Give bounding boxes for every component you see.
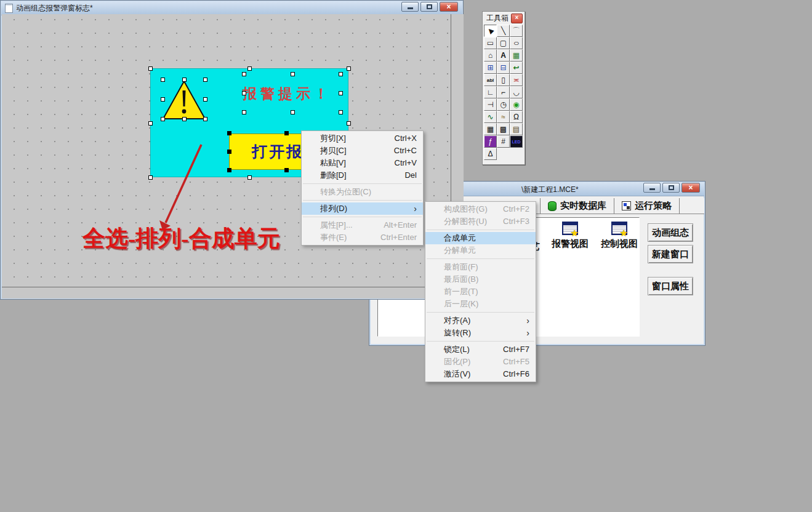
tool-step-line[interactable]: ⌐ [497, 86, 510, 98]
selection-handle[interactable] [182, 78, 187, 82]
line-icon: ╲ [501, 26, 505, 35]
view-item-control-view[interactable]: ★控制视图 [595, 222, 640, 250]
selection-handle[interactable] [284, 168, 289, 172]
toolbox-title: 工具箱 [486, 13, 509, 23]
selection-handle[interactable] [182, 117, 187, 121]
menu-item-align[interactable]: 对齐(A)› [425, 314, 536, 327]
selection-handle[interactable] [339, 72, 343, 76]
menu-item-lock[interactable]: 锁定(L)Ctrl+F7 [425, 343, 536, 356]
selection-handle[interactable] [203, 78, 207, 82]
animation-config-button[interactable]: 动画组态 [648, 223, 693, 242]
selection-handle[interactable] [203, 117, 207, 121]
toolbox-close-button[interactable]: × [511, 14, 523, 23]
tool-slider-input[interactable]: ≍ [510, 74, 523, 86]
selection-handle[interactable] [247, 66, 252, 71]
tool-indicator-lamp[interactable]: ◉ [510, 98, 523, 111]
tab-realtime-database[interactable]: 实时数据库 [540, 198, 614, 214]
tool-text-label[interactable]: A [497, 49, 510, 62]
tool-polygon[interactable]: ⌂ [484, 49, 497, 62]
menu-item-compose-unit[interactable]: 合成单元 [425, 232, 536, 244]
exclamation-dot [182, 110, 187, 114]
workbench-maximize-button[interactable] [662, 183, 680, 193]
submenu-arrow-icon: › [526, 327, 529, 339]
selection-handle[interactable] [161, 97, 165, 102]
tool-alarm-bell[interactable]: Ω [510, 111, 523, 123]
trend-curve-icon: ∿ [487, 113, 493, 121]
toolbox-titlebar[interactable]: 工具箱 × [483, 12, 525, 24]
menu-item-cut[interactable]: 剪切[X]Ctrl+X [302, 132, 423, 145]
free-table-icon: ▦ [487, 125, 494, 134]
tool-bitmap[interactable]: ▦ [510, 49, 523, 62]
selection-handle[interactable] [148, 121, 153, 126]
canvas-close-button[interactable]: × [440, 2, 458, 12]
selection-handle[interactable] [203, 97, 207, 102]
tool-save-component[interactable]: ⊟ [497, 62, 510, 74]
minimize-icon [408, 7, 413, 9]
tab-run-strategy[interactable]: 运行策略 [614, 198, 680, 214]
tool-history-table[interactable]: ▩ [497, 123, 510, 135]
selection-handle[interactable] [227, 131, 231, 135]
menu-item-label: 排列(D) [320, 202, 405, 215]
tool-led-display[interactable]: LED [510, 135, 523, 148]
tool-storage-stack[interactable]: ▤ [510, 123, 523, 135]
selection-handle[interactable] [242, 91, 246, 95]
menu-item-paste[interactable]: 粘贴[V]Ctrl+V [302, 157, 423, 169]
canvas-maximize-button[interactable] [420, 2, 438, 12]
selection-handle[interactable] [148, 175, 153, 180]
menu-item-copy[interactable]: 拷贝[C]Ctrl+C [302, 145, 423, 157]
selection-handle[interactable] [242, 72, 246, 76]
tool-trend-curve[interactable]: ∿ [484, 111, 497, 123]
tool-corner-line[interactable]: ∟ [484, 86, 497, 98]
canvas-window-titlebar[interactable]: 动画组态报警弹窗标志* [1, 1, 462, 15]
tool-ellipse[interactable]: ○ [510, 37, 523, 49]
alarm-hint-text[interactable]: 报警提示！ [243, 84, 332, 103]
selection-handle[interactable] [247, 175, 252, 180]
tool-arc[interactable]: ⌒ [510, 25, 523, 37]
selection-handle[interactable] [284, 131, 289, 135]
tool-gauge-clock[interactable]: ◷ [497, 98, 510, 111]
selection-handle[interactable] [291, 72, 295, 76]
tool-component-library[interactable]: ↩ [510, 62, 523, 74]
tool-line[interactable]: ╲ [497, 25, 510, 37]
menu-item-arrange[interactable]: 排列(D)› [302, 202, 423, 215]
selection-handle[interactable] [242, 110, 246, 114]
new-window-button[interactable]: 新建窗口 [648, 245, 693, 263]
workbench-close-button[interactable]: × [681, 183, 700, 193]
tool-control-panel[interactable]: # [497, 135, 510, 148]
menu-item-rotate[interactable]: 旋转(R)› [425, 327, 536, 339]
tool-free-table[interactable]: ▦ [484, 123, 497, 135]
tool-rotation-valve[interactable]: ⊣ [484, 98, 497, 111]
selection-handle[interactable] [347, 66, 351, 71]
selection-handle[interactable] [227, 150, 231, 154]
menu-item-delete[interactable]: 删除[D]Del [302, 169, 423, 182]
menu-item-properties: 属性[P]...Alt+Enter [302, 219, 423, 231]
menu-item-label: 分解单元 [444, 244, 529, 257]
selection-handle[interactable] [291, 110, 295, 114]
selection-handle[interactable] [148, 66, 153, 71]
document-icon [5, 4, 13, 13]
tool-insert-component[interactable]: ⊞ [484, 62, 497, 74]
rotation-valve-icon: ⊣ [487, 100, 493, 109]
tool-select-pointer[interactable]: ▶ [484, 25, 497, 37]
tool-curve[interactable]: ◡ [510, 86, 523, 98]
tool-input-box[interactable]: abl [484, 74, 497, 86]
tool-rectangle[interactable]: ▭ [484, 37, 497, 49]
tool-formula[interactable]: ƒ [484, 135, 497, 148]
selection-handle[interactable] [161, 78, 165, 82]
tool-alarm-browser[interactable]: Δ [484, 148, 497, 160]
view-item-alarm-view[interactable]: ★报警视图 [545, 222, 595, 250]
canvas-minimize-button[interactable] [401, 2, 419, 12]
window-properties-button[interactable]: 窗口属性 [648, 277, 693, 295]
tool-rounded-rectangle[interactable]: ▢ [497, 37, 510, 49]
menu-item-activate[interactable]: 激活(V)Ctrl+F6 [425, 368, 536, 380]
selection-handle[interactable] [161, 117, 165, 121]
selection-handle[interactable] [339, 91, 343, 95]
selection-handle[interactable] [227, 168, 231, 172]
selection-handle[interactable] [347, 121, 351, 126]
view-label: 报警视图 [545, 238, 595, 250]
tool-xy-curve[interactable]: ≈ [497, 111, 510, 123]
tool-label-frame[interactable]: ▯ [497, 74, 510, 86]
selection-handle[interactable] [339, 110, 343, 114]
workbench-minimize-button[interactable] [643, 183, 661, 193]
menu-separator [427, 258, 534, 259]
